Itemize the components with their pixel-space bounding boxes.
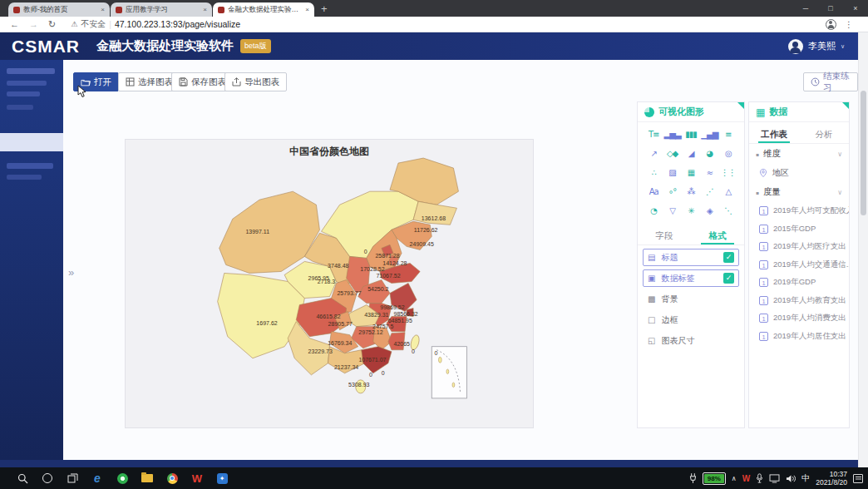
histogram-icon[interactable]: ▁▄▆: [701, 130, 718, 140]
microphone-icon[interactable]: [756, 473, 763, 483]
rose-chart-icon[interactable]: ✳: [688, 206, 693, 216]
china-choropleth-map[interactable]: [126, 140, 533, 427]
tab-format[interactable]: 格式: [691, 225, 744, 244]
wps-icon[interactable]: W: [185, 467, 210, 489]
measure-item[interactable]: 12019年人均医疗支出: [749, 238, 849, 256]
sidebar-item[interactable]: [7, 105, 33, 110]
wave-line-icon[interactable]: ≈: [707, 168, 713, 178]
format-item-1[interactable]: ▣数据标签✓: [643, 269, 739, 287]
format-item-3[interactable]: □边框: [643, 311, 739, 328]
measure-item[interactable]: 12019年人均交通通信...: [749, 256, 849, 274]
province-jilin[interactable]: [413, 201, 456, 225]
sidebar-item[interactable]: [7, 91, 40, 96]
green-app-icon[interactable]: [110, 467, 135, 489]
browser-menu-icon[interactable]: ⋮: [845, 20, 853, 29]
taskbar-clock[interactable]: 10:37 2021/8/20: [816, 470, 847, 487]
sidebar-item[interactable]: [7, 175, 42, 180]
dimension-item-region[interactable]: 地区: [749, 164, 849, 182]
checkbox-checked-icon[interactable]: ✓: [723, 273, 734, 284]
forward-icon[interactable]: →: [29, 19, 38, 29]
trend-scatter-icon[interactable]: ⋰: [706, 187, 713, 197]
reload-icon[interactable]: ↻: [48, 19, 56, 30]
browser-tab[interactable]: 金融大数据处理实验软件×: [213, 2, 314, 17]
measure-item[interactable]: 12019年人均可支配收入: [749, 202, 849, 220]
tab-fields[interactable]: 字段: [638, 225, 691, 244]
notification-center-icon[interactable]: [853, 474, 863, 483]
tab-analysis[interactable]: 分析: [799, 124, 849, 143]
file-explorer-icon[interactable]: [135, 467, 160, 489]
gauge-chart-icon[interactable]: ◔: [650, 206, 657, 216]
relation-graph-icon[interactable]: ⁂: [687, 187, 694, 197]
browser-profile-icon[interactable]: [826, 19, 836, 30]
treemap-icon[interactable]: ▦: [688, 168, 694, 178]
checkbox-checked-icon[interactable]: ✓: [723, 252, 734, 263]
panel-fold-corner[interactable]: [842, 102, 849, 109]
dimensions-section-header[interactable]: ▪ 维度 ∨: [749, 144, 849, 164]
edge-icon[interactable]: e: [85, 467, 110, 489]
province-jiangxi[interactable]: [373, 327, 392, 350]
sidebar-item[interactable]: [7, 81, 47, 86]
scatter-line-icon[interactable]: ⋱: [724, 206, 732, 216]
province-xinjiang[interactable]: [219, 191, 320, 273]
measures-section-header[interactable]: ▪ 度量 ∨: [749, 182, 849, 202]
blue-app-icon[interactable]: ✦: [210, 467, 234, 489]
user-menu[interactable]: 李美熙 ∨: [788, 39, 845, 54]
panel-fold-corner[interactable]: [737, 102, 744, 109]
measure-item[interactable]: 12019年人均消费支出: [749, 309, 849, 328]
sidebar-item[interactable]: [7, 68, 55, 74]
hbar-chart-icon[interactable]: ≡: [725, 130, 731, 140]
tab-close-icon[interactable]: ×: [203, 6, 207, 13]
task-view-icon[interactable]: [60, 467, 85, 489]
new-tab-button[interactable]: +: [321, 2, 328, 15]
measure-item[interactable]: 12019年GDP: [749, 274, 849, 292]
end-practice-button[interactable]: 结束练习: [803, 72, 858, 91]
back-icon[interactable]: ←: [10, 19, 19, 29]
close-button[interactable]: ×: [843, 0, 868, 17]
cortana-icon[interactable]: [35, 467, 60, 489]
volume-icon[interactable]: [786, 474, 796, 483]
province-shanghai[interactable]: [407, 309, 413, 317]
diamond-scatter-icon[interactable]: ◇◆: [667, 149, 678, 159]
chart-canvas[interactable]: 13997.111697.622965.952718.33748.4825793…: [125, 139, 534, 428]
tab-worksheet[interactable]: 工作表: [749, 124, 799, 143]
province-guangdong[interactable]: [362, 347, 392, 373]
battery-indicator[interactable]: 98%: [703, 472, 726, 485]
bubble-chart-icon[interactable]: ∘°: [668, 187, 676, 197]
measure-item[interactable]: 12019年人均教育支出: [749, 292, 849, 310]
map-chart-icon[interactable]: ◈: [707, 206, 713, 216]
browser-tab[interactable]: 应用教学学习×: [111, 2, 212, 17]
column-chart-icon[interactable]: ▮▮▮: [685, 130, 697, 140]
radar-chart-icon[interactable]: △: [725, 187, 731, 197]
tab-close-icon[interactable]: ×: [305, 6, 309, 13]
province-zhejiang[interactable]: [387, 317, 407, 332]
network-display-icon[interactable]: [769, 474, 780, 483]
sidebar-expand-icon[interactable]: »: [68, 266, 74, 279]
line-chart-icon[interactable]: ↗: [651, 149, 657, 159]
tray-expand-icon[interactable]: ∧: [732, 475, 737, 482]
format-item-0[interactable]: ▤标题✓: [643, 249, 739, 266]
funnel-chart-icon[interactable]: ▽: [669, 206, 675, 216]
wordcloud-icon[interactable]: Aa: [649, 187, 658, 197]
dot-column-icon[interactable]: ⋮⋮: [721, 168, 736, 178]
sidebar-item[interactable]: [7, 163, 53, 169]
bar-chart-icon[interactable]: ▂▅▃: [664, 130, 681, 140]
pie-chart-icon[interactable]: ◕: [707, 149, 713, 159]
province-jiangsu[interactable]: [390, 283, 417, 311]
page-scrollbar[interactable]: [858, 32, 868, 467]
wps-tray-icon[interactable]: W: [742, 474, 750, 483]
search-icon[interactable]: [10, 467, 35, 489]
scrollbar-thumb[interactable]: [861, 91, 866, 215]
province-taiwan[interactable]: [409, 334, 420, 351]
province-hainan[interactable]: [356, 380, 366, 393]
input-method-indicator[interactable]: 中: [801, 472, 810, 484]
minimize-button[interactable]: ─: [793, 0, 818, 17]
browser-tab[interactable]: 教师-我的首页×: [8, 2, 110, 17]
measure-item[interactable]: 12015年GDP: [749, 220, 849, 239]
sidebar-item-active[interactable]: [0, 133, 63, 151]
province-fujian[interactable]: [388, 333, 405, 350]
format-item-4[interactable]: ◱图表尺寸: [643, 332, 739, 349]
scatter-plot-icon[interactable]: ∴: [652, 168, 656, 178]
format-item-2[interactable]: ▩背景: [643, 290, 739, 308]
address-field[interactable]: ⚠ 不安全 | 47.100.223.13:93/page/visualize: [71, 18, 240, 30]
chrome-icon[interactable]: [160, 467, 185, 489]
